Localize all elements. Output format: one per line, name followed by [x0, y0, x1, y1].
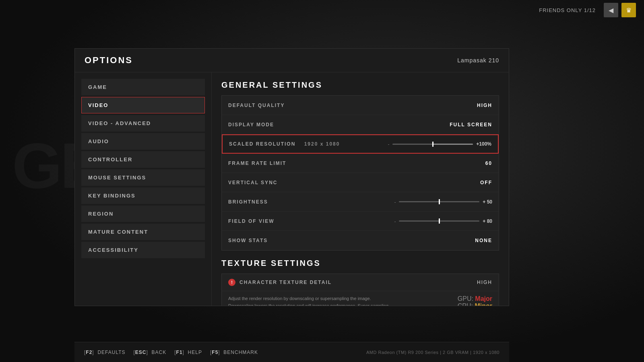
fov-label: FIELD OF VIEW	[228, 218, 275, 224]
slider-min-f: -	[394, 219, 396, 224]
bottom-bar: [F2] DEFAULTS [ESC] BACK [F1] HELP [F5] …	[74, 342, 509, 362]
hotkey-f1[interactable]: [F1] HELP	[174, 350, 202, 355]
tooltip-content: Adjust the render resolution by downscal…	[228, 295, 492, 306]
friends-text: FRIENDS ONLY 1/12	[539, 7, 596, 13]
sidebar-item-audio[interactable]: AUDIO	[81, 133, 205, 150]
sidebar-item-region[interactable]: REGION	[81, 206, 205, 222]
default-quality-value: HIGH	[477, 103, 492, 108]
hotkey-esc[interactable]: [ESC] BACK	[134, 350, 167, 355]
slider-min: -	[388, 142, 390, 146]
slider-fill	[433, 144, 473, 145]
slider-track-b	[399, 201, 479, 202]
sidebar-item-controller[interactable]: CONTROLLER	[81, 151, 205, 168]
user-icon[interactable]: ◀	[604, 3, 618, 17]
show-stats-value: NONE	[475, 238, 492, 243]
dialog-user: Lampasak 210	[457, 57, 499, 64]
texture-row-character[interactable]: ! CHARACTER TEXTURE DETAIL HIGH	[222, 274, 499, 291]
general-settings-title: GENERAL SETTINGS	[221, 80, 499, 90]
slider-thumb-f	[439, 218, 440, 224]
setting-row-scaled-resolution[interactable]: SCALED RESOLUTION 1920 x 1080 - +100%	[222, 134, 499, 154]
sidebar-item-mouse-settings[interactable]: MOUSE SETTINGS	[81, 169, 205, 186]
tooltip-text: Adjust the render resolution by downscal…	[228, 295, 445, 306]
slider-track	[392, 144, 473, 145]
default-quality-label: DEFAULT QUALITY	[228, 103, 285, 108]
tooltip-box: Adjust the render resolution by downscal…	[222, 291, 499, 306]
brightness-value: + 50	[483, 199, 492, 205]
content-area: GENERAL SETTINGS DEFAULT QUALITY HIGH DI…	[212, 72, 509, 306]
dialog-header: OPTIONS Lampasak 210	[75, 49, 509, 72]
setting-row-fov[interactable]: FIELD OF VIEW - + 80	[222, 212, 499, 231]
vertical-sync-value: OFF	[480, 180, 492, 185]
setting-row-display-mode[interactable]: DISPLAY MODE FULL SCREEN	[222, 115, 499, 134]
hotkeys: [F2] DEFAULTS [ESC] BACK [F1] HELP [F5] …	[84, 350, 258, 355]
setting-row-show-stats[interactable]: SHOW STATS NONE	[222, 231, 499, 250]
character-texture-label: CHARACTER TEXTURE DETAIL	[239, 280, 473, 285]
info-icon: !	[228, 279, 235, 286]
frame-rate-limit-value: 60	[485, 160, 492, 166]
top-icons: ◀ ♛	[604, 3, 636, 17]
sidebar-item-key-bindings[interactable]: KEY BINDINGS	[81, 187, 205, 204]
display-mode-value: FULL SCREEN	[450, 122, 492, 128]
sidebar-item-mature-content[interactable]: MATURE CONTENT	[81, 224, 205, 240]
slider-thumb-b	[439, 199, 440, 204]
texture-settings-group: ! CHARACTER TEXTURE DETAIL HIGH Adjust t…	[221, 274, 499, 306]
tooltip-stats: GPU: Major CPU: Minor VRAM: Major	[453, 295, 492, 306]
stat-cpu: CPU: Minor	[453, 302, 492, 306]
slider-thumb	[432, 142, 433, 147]
fov-value: + 80	[483, 218, 492, 224]
sidebar-item-game[interactable]: GAME	[81, 79, 205, 95]
brightness-slider[interactable]: - + 50	[394, 199, 492, 205]
scaled-resolution-value: +100%	[476, 141, 491, 147]
system-info: AMD Radeon (TM) R9 200 Series | 2 GB VRA…	[366, 350, 500, 355]
stat-gpu: GPU: Major	[453, 295, 492, 302]
sidebar-item-accessibility[interactable]: ACCESSIBILITY	[81, 242, 205, 258]
sidebar-item-video[interactable]: VIDEO	[81, 97, 205, 113]
setting-row-brightness[interactable]: BRIGHTNESS - + 50	[222, 192, 499, 212]
dialog-title: OPTIONS	[85, 55, 133, 66]
hotkey-f5[interactable]: [F5] BENCHMARK	[210, 350, 258, 355]
frame-rate-limit-label: FRAME RATE LIMIT	[228, 160, 286, 166]
options-dialog: OPTIONS Lampasak 210 GAME VIDEO VIDEO - …	[74, 48, 509, 306]
fov-slider[interactable]: - + 80	[394, 218, 492, 224]
sidebar: GAME VIDEO VIDEO - ADVANCED AUDIO CONTRO…	[75, 72, 212, 306]
brightness-label: BRIGHTNESS	[228, 199, 268, 205]
general-settings-group: DEFAULT QUALITY HIGH DISPLAY MODE FULL S…	[221, 95, 499, 251]
setting-row-default-quality[interactable]: DEFAULT QUALITY HIGH	[222, 96, 499, 115]
hotkey-f2[interactable]: [F2] DEFAULTS	[84, 350, 126, 355]
slider-track-f	[399, 220, 479, 222]
character-texture-value: HIGH	[477, 280, 492, 285]
slider-min-b: -	[394, 200, 396, 204]
crown-icon[interactable]: ♛	[621, 3, 636, 17]
setting-row-frame-rate-limit[interactable]: FRAME RATE LIMIT 60	[222, 154, 499, 173]
scaled-resolution-slider[interactable]: - +100%	[388, 141, 491, 147]
dialog-body: GAME VIDEO VIDEO - ADVANCED AUDIO CONTRO…	[75, 72, 509, 306]
texture-settings-title: TEXTURE SETTINGS	[221, 259, 499, 268]
display-mode-label: DISPLAY MODE	[228, 122, 274, 128]
sidebar-item-video-advanced[interactable]: VIDEO - ADVANCED	[81, 115, 205, 132]
setting-row-vertical-sync[interactable]: VERTICAL SYNC OFF	[222, 173, 499, 192]
show-stats-label: SHOW STATS	[228, 238, 268, 243]
scaled-resolution-label: SCALED RESOLUTION 1920 x 1080	[229, 141, 340, 147]
vertical-sync-label: VERTICAL SYNC	[228, 180, 277, 185]
top-bar: FRIENDS ONLY 1/12 ◀ ♛	[483, 0, 644, 20]
